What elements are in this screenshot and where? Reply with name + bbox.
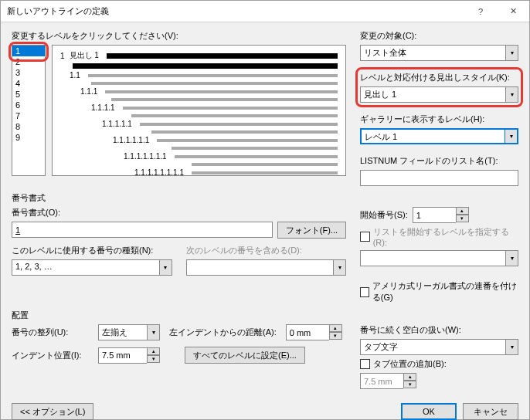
chevron-down-icon[interactable]: ▾ [147, 355, 160, 363]
apply-all-button[interactable]: すべてのレベルに設定(E)... [185, 347, 305, 364]
reset-level-label: リストを開始するレベルを指定する(R): [373, 226, 518, 247]
space-after-label: 番号に続く空白の扱い(W): [360, 324, 518, 336]
levels-label: 変更するレベルをクリックしてください(V): [12, 30, 346, 42]
preview-pane: 1見出し 11.11.1.11.1.1.11.1.1.1.11.1.1.1.1.… [52, 45, 346, 176]
chevron-down-icon: ▾ [403, 381, 416, 388]
left-indent-spin[interactable]: ▴▾ [286, 324, 342, 340]
alignment-section: 配置 [12, 310, 518, 321]
chevron-up-icon[interactable]: ▴ [329, 324, 342, 332]
add-tab-checkbox[interactable] [360, 359, 370, 369]
chevron-up-icon[interactable]: ▴ [147, 347, 160, 355]
include-prev-combo: ▾ [186, 259, 347, 276]
num-align-label: 番号の整列(U): [12, 327, 89, 338]
close-button[interactable]: ✕ [497, 1, 529, 22]
legal-label: アメリカ式リーガル書式の連番を付ける(G) [372, 280, 518, 303]
level-item[interactable]: 6 [12, 100, 45, 110]
style-combo[interactable]: 見出し 1▾ [360, 86, 518, 103]
listnum-input[interactable] [360, 170, 518, 186]
chevron-down-icon: ▾ [147, 324, 160, 340]
options-button[interactable]: << オプション(L) [12, 403, 93, 420]
style-label: レベルと対応付ける見出しスタイル(K): [360, 72, 518, 83]
chevron-down-icon: ▾ [505, 129, 518, 144]
titlebar: 新しいアウトラインの定義 ? ✕ [1, 1, 529, 22]
num-kind-combo[interactable]: 1, 2, 3, …▾ [12, 259, 172, 276]
chevron-up-icon[interactable]: ▴ [456, 207, 469, 215]
ok-button[interactable]: OK [401, 403, 457, 420]
include-prev-label: 次のレベルの番号を含める(D): [186, 245, 347, 256]
num-align-combo[interactable]: 左揃え▾ [98, 324, 160, 340]
start-num-label: 開始番号(S): [360, 209, 408, 221]
chevron-up-icon: ▴ [403, 373, 416, 381]
num-kind-label: このレベルに使用する番号の種類(N): [12, 245, 172, 256]
gallery-label: ギャラリーに表示するレベル(H): [360, 113, 518, 125]
legal-checkbox[interactable] [360, 287, 369, 297]
level-item[interactable]: 1 [12, 46, 45, 56]
indent-pos-spin[interactable]: ▴▾ [98, 347, 175, 364]
chevron-down-icon: ▾ [333, 259, 346, 276]
tab-spin: ▴▾ [360, 373, 518, 389]
levels-list[interactable]: 1 2 3 4 5 6 7 8 9 [12, 45, 46, 176]
scope-label: 変更の対象(C): [360, 30, 518, 42]
chevron-down-icon[interactable]: ▾ [456, 215, 469, 222]
gallery-combo[interactable]: レベル 1▾ [360, 128, 518, 144]
title: 新しいアウトラインの定義 [7, 5, 109, 17]
reset-level-checkbox[interactable] [360, 232, 370, 242]
listnum-label: LISTNUM フィールドのリスト名(T): [360, 155, 518, 167]
level-item[interactable]: 4 [12, 78, 45, 89]
left-indent-label: 左インデントからの距離(A): [169, 327, 277, 338]
font-button[interactable]: フォント(F)... [277, 222, 346, 239]
cancel-button[interactable]: キャンセル [463, 403, 518, 420]
scope-combo[interactable]: リスト全体▾ [360, 45, 518, 61]
num-format-label: 番号書式(O): [12, 207, 346, 218]
level-item[interactable]: 8 [12, 121, 45, 132]
level-item[interactable]: 9 [12, 132, 45, 143]
start-num-spin[interactable]: ▴▾ [413, 207, 469, 223]
help-button[interactable]: ? [464, 1, 497, 22]
level-item[interactable]: 3 [12, 67, 45, 78]
num-format-input[interactable] [12, 222, 273, 238]
level-item[interactable]: 5 [12, 89, 45, 100]
chevron-down-icon: ▾ [505, 250, 518, 266]
reset-level-combo: ▾ [360, 250, 518, 266]
dialog: 新しいアウトラインの定義 ? ✕ 変更するレベルをクリックしてください(V): … [0, 0, 530, 420]
indent-pos-label: インデント位置(I): [12, 350, 89, 361]
add-tab-label: タブ位置の追加(B): [373, 358, 447, 370]
chevron-down-icon: ▾ [505, 339, 518, 355]
space-after-combo[interactable]: タブ文字▾ [360, 339, 518, 355]
chevron-down-icon: ▾ [505, 45, 518, 61]
chevron-down-icon: ▾ [505, 86, 518, 103]
level-item[interactable]: 7 [12, 110, 45, 121]
num-format-section: 番号書式 [12, 192, 518, 204]
chevron-down-icon[interactable]: ▾ [329, 332, 342, 340]
chevron-down-icon: ▾ [159, 259, 172, 276]
level-item[interactable]: 2 [12, 56, 45, 67]
